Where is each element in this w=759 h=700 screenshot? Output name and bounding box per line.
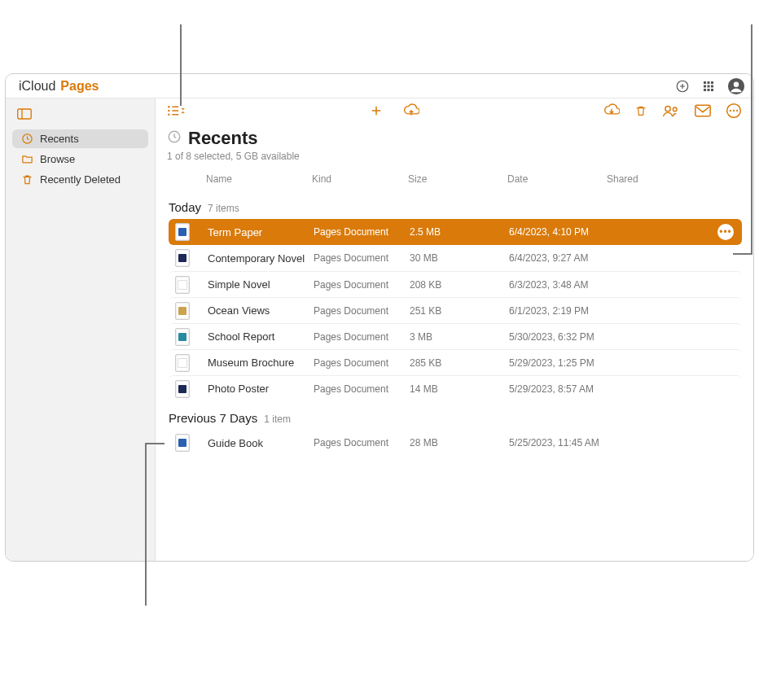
document-size: 14 MB — [410, 383, 509, 395]
document-name: Guide Book — [208, 437, 314, 449]
account-icon[interactable] — [727, 77, 745, 95]
location-heading: Recents 1 of 8 selected, 5 GB available — [156, 123, 753, 165]
column-name[interactable]: Name — [206, 173, 312, 185]
document-row[interactable]: Photo PosterPages Document14 MB5/29/2023… — [169, 375, 742, 401]
svg-rect-3 — [711, 81, 713, 84]
add-document-icon[interactable] — [675, 79, 690, 94]
email-icon[interactable] — [695, 104, 711, 117]
group-title-label: Previous 7 Days — [169, 411, 257, 425]
document-thumbnail-icon — [175, 276, 190, 294]
svg-rect-6 — [711, 85, 713, 87]
callout-line-bottom-h — [145, 443, 165, 444]
app-grid-icon[interactable] — [701, 79, 716, 94]
new-document-icon[interactable] — [369, 103, 384, 118]
callout-line-right — [751, 24, 752, 255]
group-header: Today7 items — [169, 200, 742, 214]
document-kind: Pages Document — [314, 331, 410, 343]
window-body: Recents Browse Recently Deleted — [6, 98, 753, 561]
sidebar-item-browse[interactable]: Browse — [12, 150, 148, 168]
document-name: School Report — [208, 330, 314, 343]
upload-icon[interactable] — [403, 103, 419, 118]
clock-icon — [20, 133, 33, 145]
svg-point-21 — [730, 110, 731, 112]
svg-point-22 — [733, 110, 735, 112]
sidebar-toggle-icon[interactable] — [12, 105, 148, 123]
sidebar-item-label: Recently Deleted — [40, 173, 121, 186]
svg-point-14 — [168, 106, 169, 107]
svg-rect-4 — [704, 85, 706, 87]
more-actions-icon[interactable] — [726, 103, 742, 119]
sidebar-item-label: Browse — [40, 153, 75, 165]
browse-toolbar — [156, 98, 753, 123]
group-item-count: 7 items — [208, 203, 239, 214]
document-kind: Pages Document — [314, 252, 410, 264]
svg-point-23 — [736, 110, 738, 112]
document-name: Photo Poster — [208, 383, 314, 395]
titlebar: iCloud Pages — [6, 74, 753, 98]
svg-point-11 — [734, 81, 739, 86]
group-header: Previous 7 Days1 item — [169, 411, 742, 425]
document-thumbnail-icon — [175, 328, 190, 346]
brand: iCloud Pages — [14, 79, 99, 94]
document-row[interactable]: Contemporary NovelPages Document30 MB6/4… — [169, 245, 742, 271]
svg-rect-19 — [695, 105, 710, 116]
document-thumbnail-icon — [175, 223, 190, 241]
svg-rect-5 — [708, 85, 710, 87]
document-row[interactable]: School ReportPages Document3 MB5/30/2023… — [169, 323, 742, 349]
document-date: 6/4/2023, 9:27 AM — [509, 252, 608, 264]
column-size[interactable]: Size — [408, 173, 507, 185]
callout-line-top — [180, 24, 182, 106]
document-row[interactable]: Simple NovelPages Document208 KB6/3/2023… — [169, 271, 742, 297]
document-row[interactable]: Term PaperPages Document2.5 MB6/4/2023, … — [169, 219, 742, 245]
document-thumbnail-icon — [175, 249, 190, 267]
document-date: 5/30/2023, 6:32 PM — [509, 331, 608, 343]
column-kind[interactable]: Kind — [312, 173, 408, 185]
svg-point-15 — [168, 110, 169, 112]
main-panel: Recents 1 of 8 selected, 5 GB available … — [156, 98, 753, 561]
sidebar: Recents Browse Recently Deleted — [6, 98, 156, 561]
document-row[interactable]: Guide BookPages Document28 MB5/25/2023, … — [169, 430, 742, 456]
brand-icloud: iCloud — [19, 79, 55, 94]
document-thumbnail-icon — [175, 380, 190, 398]
document-row[interactable]: Ocean ViewsPages Document251 KB6/1/2023,… — [169, 297, 742, 323]
document-thumbnail-icon — [175, 302, 190, 320]
titlebar-actions — [675, 77, 745, 95]
svg-rect-9 — [711, 89, 713, 91]
download-icon[interactable] — [603, 103, 620, 118]
share-people-icon[interactable] — [662, 103, 680, 118]
document-size: 28 MB — [410, 437, 509, 448]
clock-icon — [167, 128, 182, 149]
column-date[interactable]: Date — [507, 173, 607, 185]
svg-point-16 — [168, 114, 169, 116]
svg-rect-8 — [708, 89, 710, 91]
column-headers: Name Kind Size Date Shared — [156, 165, 753, 192]
document-date: 6/1/2023, 2:19 PM — [509, 305, 608, 317]
sidebar-item-recently-deleted[interactable]: Recently Deleted — [12, 170, 148, 189]
document-size: 2.5 MB — [410, 226, 509, 238]
document-kind: Pages Document — [314, 437, 410, 448]
delete-icon[interactable] — [634, 103, 647, 118]
trash-icon — [20, 173, 33, 186]
brand-pages: Pages — [60, 79, 99, 94]
document-kind: Pages Document — [314, 279, 410, 291]
document-thumbnail-icon — [175, 434, 190, 452]
document-kind: Pages Document — [314, 226, 410, 238]
svg-rect-1 — [704, 81, 706, 84]
row-more-icon[interactable]: ••• — [717, 224, 734, 240]
document-name: Contemporary Novel — [208, 252, 314, 265]
pages-document-manager-window: iCloud Pages Recents — [5, 73, 754, 562]
document-date: 5/29/2023, 8:57 AM — [509, 383, 608, 395]
sidebar-item-recents[interactable]: Recents — [12, 129, 148, 148]
selection-storage-status: 1 of 8 selected, 5 GB available — [167, 151, 742, 162]
group-item-count: 1 item — [264, 413, 291, 425]
folder-icon — [20, 153, 33, 165]
document-kind: Pages Document — [314, 383, 410, 395]
document-row[interactable]: Museum BrochurePages Document285 KB5/29/… — [169, 349, 742, 375]
document-name: Ocean Views — [208, 304, 314, 317]
document-date: 5/29/2023, 1:25 PM — [509, 357, 608, 369]
svg-rect-2 — [708, 81, 710, 84]
callout-line-right-h — [733, 253, 752, 255]
document-size: 208 KB — [410, 279, 509, 291]
column-shared[interactable]: Shared — [607, 173, 742, 185]
view-options-icon[interactable] — [167, 104, 185, 117]
